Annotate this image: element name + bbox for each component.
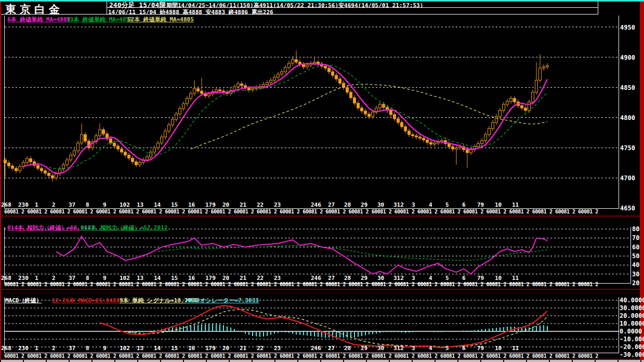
- quote-line: 14/06/11 15/04 始4888 高4888 安4883 終4886 累…: [108, 8, 273, 16]
- date-tick: 79: [477, 345, 484, 352]
- date-tick: 79: [477, 202, 484, 208]
- date-tick: 20: [222, 202, 229, 208]
- date-tick: 2: [52, 345, 56, 352]
- date-tick: 14: [154, 345, 161, 352]
- price-axis-tick: 4850: [620, 84, 635, 91]
- rsi-axis-tick: 20: [632, 279, 639, 287]
- date-tick: 22: [257, 202, 264, 208]
- date-tick: 29: [361, 345, 367, 352]
- chart-canvas: [0, 0, 644, 362]
- date-tick: 10: [495, 345, 502, 352]
- date-tick: 27: [328, 345, 335, 352]
- macd-axis-tick: -30.0000: [620, 351, 644, 358]
- date-tick: 230: [18, 345, 29, 352]
- date-tick: 2: [52, 275, 56, 281]
- date-tick: 268: [1, 275, 11, 281]
- date-tick: 6: [462, 275, 466, 281]
- ma-legend: 6本 終値単純 MA=488913本 終値単純 MA=485552本 終値単純 …: [0, 16, 598, 22]
- ma-legend-item: 13本 終値単純 MA=4855: [67, 16, 133, 23]
- date-tick: 23: [274, 202, 281, 208]
- date-tick: 312: [393, 275, 404, 281]
- date-tick: 28: [344, 275, 351, 281]
- date-tick: 102: [120, 345, 130, 352]
- price-axis-tick: 4800: [620, 114, 635, 122]
- macd-axis-tick: 40.0000: [620, 297, 644, 304]
- date-tick: 3: [412, 275, 415, 281]
- date-tick: 4: [429, 345, 432, 352]
- macd-axis-tick: 0.0000: [620, 328, 642, 335]
- date-tick: 23: [274, 345, 281, 352]
- price-axis-tick: 4650: [620, 205, 635, 212]
- panel-separator-1: [0, 216, 640, 217]
- date-tick: 21: [240, 202, 246, 208]
- macd-legend-title: MACD（終値）: [5, 297, 42, 304]
- date-tick: 15: [171, 202, 178, 208]
- macd-axis-tick: 20.0000: [620, 312, 644, 319]
- date-axis-rsi: 2682301237891021314151617920212223246272…: [0, 275, 619, 281]
- date-tick: 13: [137, 275, 143, 281]
- rsi-axis-tick: 70: [632, 234, 639, 242]
- date-tick: 5: [445, 275, 449, 281]
- date-tick: 14: [154, 275, 161, 281]
- date-tick: 268: [1, 345, 11, 352]
- date-tick: 5: [445, 345, 449, 352]
- date-tick: 15: [171, 275, 178, 281]
- left-border: [0, 2, 1, 360]
- rsi-axis-tick: 40: [632, 261, 639, 269]
- date-tick: 3: [412, 202, 415, 208]
- date-tick: 22: [257, 345, 264, 352]
- price-axis-tick: 4900: [620, 54, 635, 61]
- date-tick: 28: [344, 202, 351, 208]
- date-tick: 179: [205, 345, 216, 352]
- date-tick: 79: [477, 275, 484, 281]
- time-axis-main: 60081 2 60081 2 60081 2 60081 2 60081 2 …: [4, 209, 599, 215]
- macd-legend-item: MACDオシレーター=7.3033: [186, 297, 259, 304]
- date-tick: 9: [103, 202, 107, 208]
- date-tick: 37: [69, 275, 75, 281]
- date-tick: 10: [495, 202, 502, 208]
- date-tick: 22: [257, 275, 264, 281]
- rsi-axis-tick: 80: [632, 225, 639, 233]
- date-axis-main: 2682301237891021314151617920212223246272…: [0, 202, 619, 208]
- date-tick: 246: [311, 202, 321, 208]
- date-tick: 37: [69, 202, 75, 208]
- horizontal-scrollbar[interactable]: [0, 360, 644, 362]
- date-tick: 179: [205, 275, 216, 281]
- date-tick: 30: [377, 345, 384, 352]
- trading-chart-window: 東京白金 240分足 15/04限 期間14/04/25~14/06/11(15…: [0, 0, 644, 362]
- date-tick: 30: [377, 202, 384, 208]
- date-tick: 29: [361, 202, 367, 208]
- date-tick: 29: [361, 275, 367, 281]
- header-box-right: [598, 2, 598, 15]
- date-tick: 312: [393, 202, 404, 208]
- ma-legend-item: 52本 終値単純 MA=4805: [127, 16, 194, 23]
- header-divider-bottom: [1, 14, 598, 15]
- date-tick: 8: [86, 275, 89, 281]
- date-tick: 3: [412, 345, 415, 352]
- macd-axis-tick: 10.0000: [620, 320, 644, 327]
- macd-axis-tick: 30.0000: [620, 304, 644, 312]
- ma-legend-item: 6本 終値単純 MA=4889: [7, 16, 70, 23]
- price-axis-tick: 4750: [620, 144, 635, 152]
- date-tick: 4: [429, 275, 432, 281]
- date-tick: 27: [328, 202, 335, 208]
- date-tick: 246: [311, 275, 321, 281]
- date-tick: 13: [137, 202, 143, 208]
- date-tick: 16: [188, 275, 195, 281]
- price-axis-tick: 4700: [620, 175, 635, 182]
- date-tick: 10: [495, 275, 502, 281]
- macd-legend: MACD（終値）12-26本 MACD=26.04889本 単純 シグナル=18…: [0, 297, 598, 303]
- date-tick: 312: [393, 345, 404, 352]
- date-tick: 102: [120, 202, 130, 208]
- date-tick: 1: [35, 345, 38, 352]
- date-tick: 8: [86, 345, 89, 352]
- date-tick: 230: [18, 202, 29, 208]
- date-tick: 9: [103, 275, 107, 281]
- date-tick: 5: [445, 202, 449, 208]
- date-tick: 11: [512, 345, 519, 352]
- date-tick: 6: [462, 202, 466, 208]
- date-tick: 14: [154, 202, 161, 208]
- date-tick: 4: [429, 202, 432, 208]
- date-tick: 1: [35, 202, 38, 208]
- date-tick: 246: [311, 345, 321, 352]
